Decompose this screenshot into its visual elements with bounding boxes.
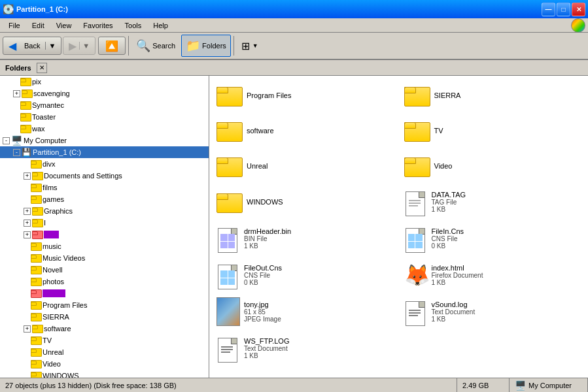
left-panel: pix + scavenging Symantec Toaster wax - … — [0, 76, 209, 378]
minimize-button[interactable]: — — [542, 3, 555, 16]
tree-toggle-partition1[interactable]: - — [13, 149, 20, 156]
grid-item-name-drmheader: drmHeader.bin — [244, 227, 291, 235]
menu-favorites[interactable]: Favorites — [77, 20, 118, 31]
back-button[interactable]: ◀ Back ▼ — [3, 37, 61, 55]
forward-dropdown-icon[interactable]: ▼ — [79, 42, 92, 50]
tree-item-partition1[interactable]: - 💾 Partition_1 (C:) — [0, 146, 209, 158]
grid-item-info-sierra: SIERRA — [434, 91, 461, 99]
tree-item-games[interactable]: games — [0, 193, 209, 205]
menu-edit[interactable]: Edit — [26, 20, 50, 31]
grid-item-info-datatag: DATA.TAG TAG File 1 KB — [432, 191, 466, 213]
file-icon-wsftplog — [216, 334, 240, 363]
grid-item-video[interactable]: Video — [400, 149, 586, 183]
back-dropdown-icon[interactable]: ▼ — [45, 42, 58, 50]
grid-item-indexhtml[interactable]: 🦊 index.html Firefox Document 1 KB — [400, 257, 586, 293]
folder-icon-highlight2 — [31, 289, 41, 298]
grid-item-name-windows: WINDOWS — [247, 198, 283, 206]
grid-item-sierra[interactable]: SIERRA — [400, 78, 586, 112]
close-button[interactable]: ✕ — [572, 3, 585, 16]
folders-button[interactable]: 📁 Folders — [181, 35, 231, 57]
status-location-text: My Computer — [528, 382, 572, 389]
tree-item-wax[interactable]: wax — [0, 123, 209, 135]
grid-item-programfiles[interactable]: Program Files — [212, 78, 398, 112]
folders-close-button[interactable]: ✕ — [37, 63, 47, 73]
tree-item-musicvideos[interactable]: Music Videos — [0, 252, 209, 264]
grid-item-vsoundlog[interactable]: vSound.log Text Document 1 KB — [400, 294, 586, 329]
tree-toggle-software[interactable]: + — [24, 325, 31, 333]
tree-item-symantec[interactable]: Symantec — [0, 99, 209, 111]
tree-item-novell[interactable]: Novell — [0, 264, 209, 276]
tree-item-photos[interactable]: photos — [0, 276, 209, 287]
view-button[interactable]: ⊞ ▼ — [237, 35, 263, 57]
tree-item-graphics[interactable]: + Graphics — [0, 205, 209, 217]
tree-label-mycomputer: My Computer — [24, 137, 67, 144]
tree-item-video[interactable]: Video — [0, 358, 209, 370]
tree-item-highlight2[interactable] — [0, 287, 209, 299]
tree-item-unreal[interactable]: Unreal — [0, 346, 209, 358]
tree-item-mycomputer[interactable]: - 🖥️ My Computer — [0, 135, 209, 146]
grid-item-name-sierra: SIERRA — [434, 91, 461, 99]
search-button[interactable]: 🔍 Search — [131, 35, 180, 57]
main-area: pix + scavenging Symantec Toaster wax - … — [0, 76, 588, 378]
xp-logo — [571, 18, 585, 33]
tree-item-music[interactable]: music — [0, 240, 209, 252]
folder-icon-games — [31, 195, 41, 204]
tree-item-docs[interactable]: + Documents and Settings — [0, 170, 209, 182]
grid-item-tv[interactable]: TV — [400, 114, 586, 148]
status-objects-text: 27 objects (plus 13 hidden) (Disk free s… — [5, 382, 177, 389]
tree-item-programfiles[interactable]: Program Files — [0, 299, 209, 311]
grid-item-drmheader[interactable]: drmHeader.bin BIN File 1 KB — [212, 221, 398, 256]
file-icon-datatag — [404, 188, 428, 216]
tree-item-windows[interactable]: WINDOWS — [0, 370, 209, 378]
tree-toggle-mycomputer[interactable]: - — [3, 137, 10, 144]
forward-button[interactable]: ▶ ▼ — [63, 37, 95, 55]
grid-item-windows[interactable]: WINDOWS — [212, 184, 398, 220]
up-button[interactable]: 🔼 — [98, 37, 126, 55]
tree-item-software[interactable]: + software — [0, 323, 209, 335]
tree-label-video: Video — [43, 360, 61, 368]
grid-item-wsftplog[interactable]: WS_FTP.LOG Text Document 1 KB — [212, 331, 398, 366]
tree-item-scavenging[interactable]: + scavenging — [0, 88, 209, 99]
grid-item-info-programfiles: Program Files — [247, 91, 291, 99]
folder-icon-i — [32, 218, 43, 227]
menu-file[interactable]: File — [3, 20, 26, 31]
tree-item-highlight1[interactable]: + — [0, 229, 209, 240]
tree-item-toaster[interactable]: Toaster — [0, 111, 209, 123]
grid-item-name-indexhtml: index.html — [432, 264, 483, 272]
tree-item-tv[interactable]: TV — [0, 335, 209, 346]
tree-item-sierra[interactable]: SIERRA — [0, 311, 209, 323]
tree-item-films[interactable]: films — [0, 182, 209, 193]
grid-item-fileincns[interactable]: FileIn.Cns CNS File 0 KB — [400, 221, 586, 256]
menu-view[interactable]: View — [50, 20, 78, 31]
tree-item-pix[interactable]: pix — [0, 76, 209, 88]
grid-item-type-tonyjpg: JPEG Image — [244, 316, 281, 323]
folders-icon: 📁 — [186, 39, 200, 53]
tree-toggle-highlight1[interactable]: + — [24, 231, 31, 238]
grid-item-size-indexhtml: 1 KB — [432, 279, 483, 286]
grid-item-tonyjpg[interactable]: tony.jpg 61 x 85 JPEG Image — [212, 294, 398, 329]
folder-icon-video — [31, 359, 41, 368]
grid-item-software[interactable]: software — [212, 114, 398, 148]
tree-item-divx[interactable]: divx — [0, 158, 209, 170]
folders-panel-title: Folders — [5, 64, 31, 72]
menu-tools[interactable]: Tools — [119, 20, 148, 31]
grid-item-datatag[interactable]: DATA.TAG TAG File 1 KB — [400, 184, 586, 220]
tree-label-unreal: Unreal — [43, 348, 63, 356]
tree-item-i[interactable]: + I — [0, 217, 209, 229]
statusbar: 27 objects (plus 13 hidden) (Disk free s… — [0, 378, 588, 392]
tree-toggle-scavenging[interactable]: + — [13, 90, 20, 97]
tree-label-scavenging: scavenging — [33, 90, 70, 97]
maximize-button[interactable]: □ — [557, 3, 570, 16]
drive-icon-c: 💾 — [22, 148, 31, 157]
grid-item-name-tonyjpg: tony.jpg — [244, 301, 281, 308]
tree-toggle-docs[interactable]: + — [24, 172, 31, 180]
menu-help[interactable]: Help — [147, 20, 174, 31]
grid-item-fileoutcns[interactable]: FileOut.Cns CNS File 0 KB — [212, 257, 398, 293]
grid-item-unreal[interactable]: Unreal — [212, 149, 398, 183]
tree-toggle-graphics[interactable]: + — [24, 208, 31, 215]
grid-item-size-fileincns: 0 KB — [432, 242, 464, 250]
tree-label-sierra: SIERRA — [43, 313, 69, 321]
grid-item-name-vsoundlog: vSound.log — [432, 301, 476, 308]
grid-item-name-tv: TV — [434, 127, 443, 135]
tree-toggle-i[interactable]: + — [24, 220, 31, 227]
